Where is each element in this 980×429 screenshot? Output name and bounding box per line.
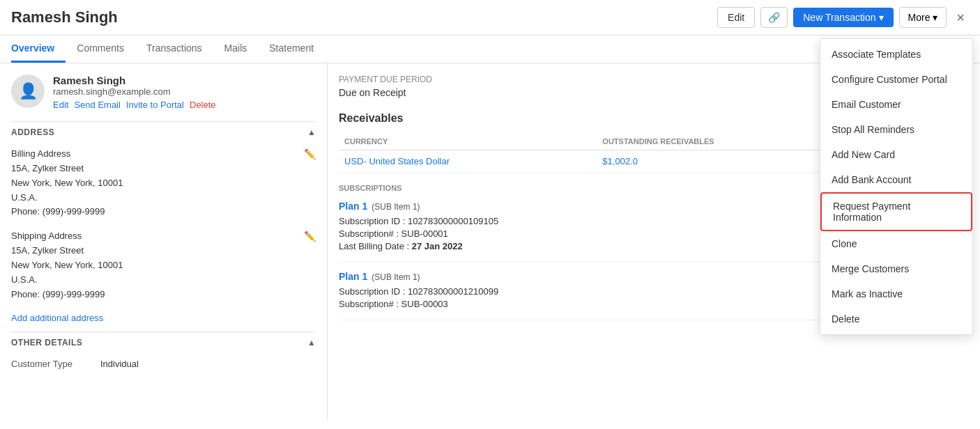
tab-statement[interactable]: Statement (258, 36, 325, 63)
address-chevron-icon: ▲ (307, 127, 316, 137)
customer-type-label: Customer Type (11, 359, 95, 369)
customer-type-value: Individual (100, 359, 139, 369)
billing-address-phone: Phone: (999)-999-9999 (11, 205, 123, 219)
sub-2-num: Subscription# : SUB-00003 (339, 299, 498, 309)
shipping-address-phone: Phone: (999)-999-9999 (11, 288, 123, 302)
dropdown-item-add-bank-account[interactable]: Add Bank Account (820, 167, 972, 192)
address-section-header[interactable]: ADDRESS ▲ (11, 121, 316, 143)
shipping-address-line1: 15A, Zylker Street (11, 244, 123, 258)
currency-cell: USD- United States Dollar (339, 150, 597, 173)
attach-icon: 🔗 (768, 12, 780, 23)
new-transaction-label: New Transaction (803, 12, 875, 23)
profile-links: Edit Send Email Invite to Portal Delete (53, 100, 316, 110)
page-title: Ramesh Singh (11, 8, 717, 26)
outstanding-amount[interactable]: $1,002.0 (602, 156, 638, 166)
dropdown-item-delete[interactable]: Delete (820, 306, 972, 332)
other-details-title: OTHER DETAILS (11, 338, 82, 348)
profile-info: Ramesh Singh ramesh.singh@example.com Ed… (53, 75, 316, 110)
attach-button[interactable]: 🔗 (760, 7, 788, 28)
page-header: Ramesh Singh Edit 🔗 New Transaction ▾ Mo… (0, 0, 980, 36)
currency-link[interactable]: USD- United States Dollar (344, 156, 450, 166)
shipping-address-label: Shipping Address (11, 231, 123, 241)
avatar: 👤 (11, 75, 45, 108)
dropdown-arrow-icon: ▾ (879, 12, 884, 23)
dropdown-item-clone[interactable]: Clone (820, 231, 972, 256)
other-details-section-header[interactable]: OTHER DETAILS ▲ (11, 332, 316, 353)
profile-name: Ramesh Singh (53, 75, 316, 86)
dropdown-item-associate-templates[interactable]: Associate Templates (820, 42, 972, 67)
sub-1-tag: (SUB Item 1) (372, 202, 420, 212)
billing-address-block: Billing Address 15A, Zylker Street New Y… (11, 148, 316, 219)
currency-col-header: CURRENCY (339, 133, 597, 150)
profile-email: ramesh.singh@example.com (53, 86, 316, 97)
dropdown-item-add-card[interactable]: Add New Card (820, 142, 972, 167)
dropdown-item-email-customer[interactable]: Email Customer (820, 92, 972, 117)
sub-2-tag: (SUB Item 1) (372, 272, 420, 282)
dropdown-item-stop-reminders[interactable]: Stop All Reminders (820, 117, 972, 142)
billing-edit-icon[interactable]: ✏️ (304, 148, 316, 159)
edit-link[interactable]: Edit (53, 100, 68, 110)
dropdown-item-mark-inactive[interactable]: Mark as Inactive (820, 281, 972, 306)
shipping-address-line2: New York, New York, 10001 (11, 258, 123, 273)
more-button[interactable]: More ▾ (899, 7, 947, 28)
tab-mails[interactable]: Mails (213, 36, 259, 63)
sub-2-id: Subscription ID : 102783000001210099 (339, 286, 498, 297)
add-address-link[interactable]: Add additional address (11, 313, 316, 323)
dropdown-item-merge[interactable]: Merge Customers (820, 256, 972, 281)
billing-address-country: U.S.A. (11, 191, 123, 205)
tab-comments[interactable]: Comments (66, 36, 135, 63)
dropdown-item-request-payment[interactable]: Request Payment Information (820, 192, 972, 231)
shipping-edit-icon[interactable]: ✏️ (304, 231, 316, 242)
sub-2-info: Plan 1 (SUB Item 1) Subscription ID : 10… (339, 271, 498, 311)
close-button[interactable]: × (952, 8, 969, 27)
delete-link[interactable]: Delete (190, 100, 216, 110)
sub-2-name[interactable]: Plan 1 (339, 271, 367, 282)
shipping-address-country: U.S.A. (11, 273, 123, 288)
billing-address-label: Billing Address (11, 148, 123, 159)
tab-overview[interactable]: Overview (11, 36, 66, 63)
send-email-link[interactable]: Send Email (74, 100, 120, 110)
invite-portal-link[interactable]: Invite to Portal (126, 100, 184, 110)
address-section-title: ADDRESS (11, 127, 54, 137)
sub-item-2-header: Plan 1 (SUB Item 1) (339, 271, 498, 282)
header-actions: Edit 🔗 New Transaction ▾ More ▾ × (717, 7, 969, 28)
new-transaction-button[interactable]: New Transaction ▾ (793, 8, 893, 27)
avatar-icon: 👤 (19, 82, 38, 100)
other-details-chevron-icon: ▲ (307, 338, 316, 348)
customer-type-row: Customer Type Individual (11, 359, 316, 369)
sub-1-name[interactable]: Plan 1 (339, 201, 367, 212)
tab-transactions[interactable]: Transactions (135, 36, 213, 63)
shipping-address-block: Shipping Address 15A, Zylker Street New … (11, 231, 316, 302)
edit-button[interactable]: Edit (717, 7, 755, 28)
profile-section: 👤 Ramesh Singh ramesh.singh@example.com … (11, 75, 316, 110)
dropdown-item-configure-portal[interactable]: Configure Customer Portal (820, 67, 972, 92)
more-dropdown-menu: Associate Templates Configure Customer P… (820, 38, 973, 335)
left-panel: 👤 Ramesh Singh ramesh.singh@example.com … (0, 63, 328, 419)
billing-address-line2: New York, New York, 10001 (11, 176, 123, 191)
billing-address-line1: 15A, Zylker Street (11, 162, 123, 176)
